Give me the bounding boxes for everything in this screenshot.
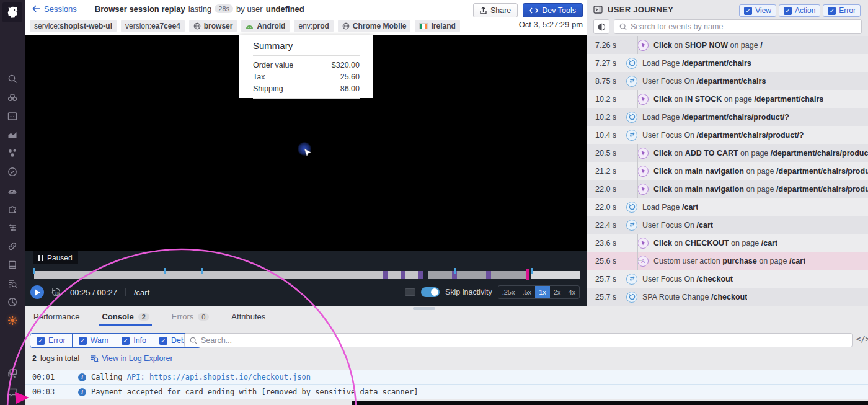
- filter-icon[interactable]: [7, 222, 18, 233]
- tab-performance[interactable]: Performance: [33, 312, 79, 326]
- event-row[interactable]: 10.2 sLoad Page /department/chairs/produ…: [587, 108, 868, 126]
- action-marker[interactable]: [418, 271, 423, 279]
- datadog-logo-icon[interactable]: [2, 2, 22, 22]
- filter-error-checkbox[interactable]: ✓Error: [30, 334, 73, 347]
- chat-icon[interactable]: [7, 387, 18, 398]
- back-to-sessions-link[interactable]: Sessions: [32, 4, 77, 14]
- tag-shopist-web-ui[interactable]: service:shopist-web-ui: [30, 20, 117, 32]
- journey-filter-error-checkbox[interactable]: ✓Error: [823, 4, 861, 17]
- log-search-icon[interactable]: [7, 278, 18, 288]
- tag-prod[interactable]: env:prod: [294, 20, 333, 32]
- event-row[interactable]: 7.26 sClick on SHOP NOW on page /: [587, 36, 868, 54]
- speed-4x-button[interactable]: 4x: [564, 286, 579, 298]
- tag-chrome-mobile[interactable]: Chrome Mobile: [338, 20, 411, 32]
- panel-resize-handle[interactable]: [413, 307, 435, 310]
- chat-duo-icon[interactable]: [7, 368, 18, 378]
- speed-1x-button[interactable]: 1x: [535, 286, 550, 298]
- event-row[interactable]: 10.4 sUser Focus On /department/chairs/p…: [587, 126, 868, 144]
- log-time: 00:03: [32, 388, 58, 396]
- view-in-log-explorer-link[interactable]: View in Log Explorer: [91, 354, 172, 363]
- speed-.5x-button[interactable]: .5x: [518, 286, 535, 298]
- chart-icon[interactable]: [7, 129, 18, 140]
- skip-inactivity-label: Skip inactivity: [445, 288, 492, 296]
- tab-console[interactable]: Console2: [102, 312, 149, 326]
- play-button[interactable]: [30, 285, 44, 299]
- network-orange-icon[interactable]: [7, 315, 18, 326]
- event-description: Load Page /department/chairs: [642, 59, 751, 68]
- user-journey-title: USER JOURNEY: [608, 5, 673, 14]
- tab-errors[interactable]: Errors0: [172, 312, 210, 326]
- event-row[interactable]: 25.6 sACustom user action purchase on pa…: [587, 252, 868, 270]
- devtools-tabs: PerformanceConsole2Errors0Attributes: [33, 312, 265, 326]
- event-row[interactable]: 22.4 sUser Focus On /cart: [587, 216, 868, 234]
- event-row[interactable]: 10.2 sClick on IN STOCK on page /departm…: [587, 90, 868, 108]
- journey-filter-view-checkbox[interactable]: ✓View: [739, 4, 776, 17]
- playhead[interactable]: [526, 269, 529, 280]
- filter-warn-checkbox[interactable]: ✓Warn: [73, 334, 115, 347]
- view-marker[interactable]: [531, 268, 533, 274]
- skip-back-10-button[interactable]: 10: [51, 287, 61, 297]
- tag-android[interactable]: Android: [241, 20, 290, 32]
- event-time: 25.7 s: [595, 293, 626, 301]
- console-log-row[interactable]: 00:01iCalling API: https://api.shopist.i…: [25, 370, 868, 385]
- book-icon[interactable]: [7, 259, 18, 270]
- replay-viewport[interactable]: Summary Order value$320.00Tax25.60Shippi…: [25, 35, 587, 251]
- console-search-input[interactable]: [201, 336, 847, 345]
- cluster-icon[interactable]: [7, 148, 18, 158]
- view-marker[interactable]: [33, 268, 35, 274]
- tab-attributes[interactable]: Attributes: [231, 312, 265, 326]
- event-row[interactable]: 21.2 sClick on main navigation on page /…: [587, 162, 868, 180]
- event-row[interactable]: 20.5 sClick on ADD TO CART on page /depa…: [587, 144, 868, 162]
- tag-ireland[interactable]: Ireland: [415, 20, 459, 32]
- event-description: Click on IN STOCK on page /department/ch…: [653, 95, 823, 104]
- view-marker[interactable]: [454, 268, 456, 274]
- speed-.25x-button[interactable]: .25x: [498, 286, 519, 298]
- gauge-icon[interactable]: [7, 185, 18, 195]
- console-log-row[interactable]: 00:03iPayment accepted for card ending w…: [25, 385, 868, 399]
- event-search-input[interactable]: [631, 22, 856, 31]
- filter-info-checkbox[interactable]: ✓Info: [115, 334, 153, 347]
- binoculars-icon[interactable]: [7, 92, 18, 102]
- timeline-segment[interactable]: [428, 271, 528, 279]
- event-row[interactable]: 25.7 sSPA Route Change /checkout: [587, 288, 868, 306]
- journey-filter-action-checkbox[interactable]: ✓Action: [779, 4, 820, 17]
- calendar-icon[interactable]: [7, 110, 18, 121]
- tag-browser[interactable]: browser: [189, 20, 237, 32]
- session-tags: service:shopist-web-uiversion:ea7cee4bro…: [30, 20, 460, 32]
- event-row[interactable]: 8.75 sUser Focus On /department/chairs: [587, 72, 868, 90]
- skip-inactivity-toggle[interactable]: [421, 287, 440, 297]
- view-marker[interactable]: [164, 268, 166, 274]
- keyboard-shortcuts-icon[interactable]: [405, 288, 415, 296]
- event-connector: [637, 162, 638, 180]
- target-icon[interactable]: [7, 166, 18, 177]
- tag-ea7cee4[interactable]: version:ea7cee4: [121, 20, 185, 32]
- event-row[interactable]: 22.0 sLoad Page /cart: [587, 198, 868, 216]
- event-search[interactable]: [614, 19, 862, 34]
- summary-row: Order value$320.00: [253, 59, 360, 71]
- dev-tools-button[interactable]: Dev Tools: [523, 3, 583, 17]
- action-marker[interactable]: [401, 271, 405, 279]
- timeline-segment[interactable]: [34, 271, 423, 279]
- link-icon[interactable]: [7, 241, 18, 251]
- action-marker[interactable]: [486, 271, 491, 279]
- action-marker[interactable]: [383, 271, 388, 279]
- event-row[interactable]: 23.6 sClick on CHECKOUT on page /cart: [587, 234, 868, 252]
- search-icon[interactable]: [7, 73, 18, 84]
- console-search[interactable]: [184, 333, 852, 347]
- event-row[interactable]: 25.7 sUser Focus On /checkout: [587, 270, 868, 288]
- globe-icon: [193, 22, 201, 30]
- view-marker[interactable]: [201, 268, 203, 274]
- event-row[interactable]: 7.27 sLoad Page /department/chairs: [587, 54, 868, 72]
- event-time: 25.7 s: [595, 275, 626, 283]
- event-row[interactable]: 22.0 sClick on main navigation on page /…: [587, 180, 868, 198]
- share-button[interactable]: Share: [473, 3, 518, 17]
- query-syntax-icon[interactable]: </>: [856, 335, 868, 344]
- event-timing-toggle-button[interactable]: [593, 19, 609, 34]
- collapse-panel-icon[interactable]: [593, 6, 603, 14]
- speed-2x-button[interactable]: 2x: [550, 286, 565, 298]
- timeline-segment[interactable]: [531, 271, 580, 279]
- puzzle-icon[interactable]: [7, 203, 18, 214]
- app-sidebar: [0, 0, 25, 405]
- pie-icon[interactable]: [7, 296, 18, 307]
- replay-timeline[interactable]: [34, 269, 580, 280]
